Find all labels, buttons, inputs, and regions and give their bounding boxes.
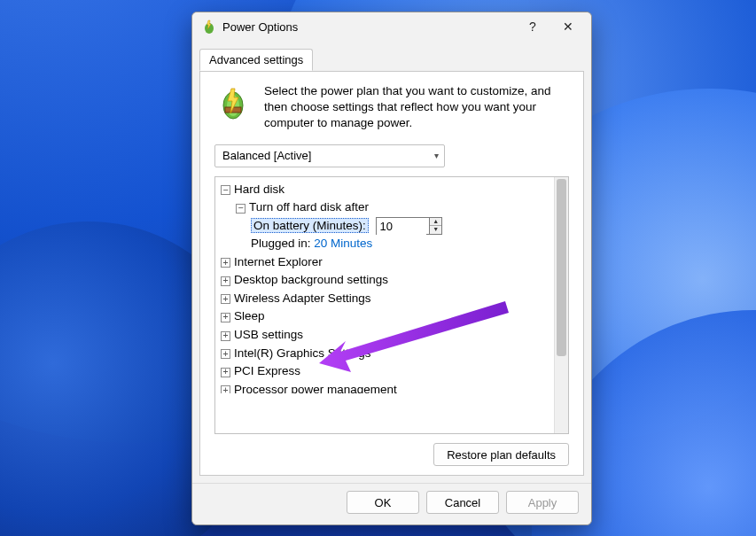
tree-scrollbar[interactable] <box>554 177 568 433</box>
collapse-icon[interactable]: − <box>236 204 246 214</box>
power-plan-icon <box>214 83 252 120</box>
on-battery-label: On battery (Minutes): <box>251 218 369 233</box>
tree-plugged-in[interactable]: Plugged in: 20 Minutes <box>251 235 554 253</box>
expand-icon[interactable]: + <box>221 349 230 359</box>
chevron-down-icon: ▾ <box>434 151 439 160</box>
close-button[interactable]: ✕ <box>550 14 586 39</box>
cancel-button[interactable]: Cancel <box>426 491 499 514</box>
on-battery-spinner[interactable]: ▲▼ <box>376 217 443 235</box>
expand-icon[interactable]: + <box>221 385 230 393</box>
expand-icon[interactable]: + <box>221 313 230 322</box>
tree-wireless-adapter[interactable]: +Wireless Adapter Settings <box>221 290 554 308</box>
dialog-button-row: OK Cancel Apply <box>192 483 591 524</box>
tree-intel-graphics[interactable]: +Intel(R) Graphics Settings <box>221 345 554 363</box>
expand-icon[interactable]: + <box>221 294 230 304</box>
tree-on-battery[interactable]: On battery (Minutes): ▲▼ <box>251 217 554 235</box>
window-title: Power Options <box>222 20 515 34</box>
tree-desktop-background[interactable]: +Desktop background settings <box>221 271 554 290</box>
expand-icon[interactable]: + <box>221 368 230 377</box>
tree-usb-settings[interactable]: +USB settings <box>221 326 554 345</box>
header-text: Select the power plan that you want to c… <box>264 83 569 132</box>
ok-button[interactable]: OK <box>347 491 419 514</box>
expand-icon[interactable]: + <box>221 331 230 341</box>
scrollbar-thumb[interactable] <box>557 179 566 356</box>
tree-processor-power[interactable]: +Processor power management <box>221 381 554 393</box>
expand-icon[interactable]: + <box>221 258 230 268</box>
power-plan-select[interactable]: Balanced [Active] ▾ <box>214 144 445 167</box>
tab-advanced-settings[interactable]: Advanced settings <box>199 49 313 71</box>
tab-panel: Select the power plan that you want to c… <box>199 71 584 476</box>
tree-sleep[interactable]: +Sleep <box>221 307 554 326</box>
titlebar: Power Options ? ✕ <box>192 12 591 41</box>
power-plan-selected: Balanced [Active] <box>222 149 311 162</box>
apply-button[interactable]: Apply <box>506 491 579 514</box>
tree-turn-off-hard-disk[interactable]: −Turn off hard disk after On battery (Mi… <box>236 198 554 253</box>
plugged-in-value[interactable]: 20 Minutes <box>314 237 372 250</box>
restore-defaults-button[interactable]: Restore plan defaults <box>433 443 569 466</box>
on-battery-input[interactable] <box>377 219 426 235</box>
expand-icon[interactable]: + <box>221 276 230 286</box>
power-options-dialog: Power Options ? ✕ Advanced settings Sele… <box>191 12 592 525</box>
spinner-down-icon[interactable]: ▼ <box>430 226 441 234</box>
settings-tree[interactable]: −Hard disk −Turn off hard disk after On … <box>215 177 554 433</box>
tabstrip: Advanced settings <box>192 41 591 71</box>
help-button[interactable]: ? <box>515 14 550 39</box>
tree-internet-explorer[interactable]: +Internet Explorer <box>221 253 554 272</box>
battery-icon <box>201 19 217 35</box>
tree-pci-express[interactable]: +PCI Express <box>221 362 554 381</box>
settings-tree-container: −Hard disk −Turn off hard disk after On … <box>214 176 569 434</box>
tree-hard-disk[interactable]: −Hard disk −Turn off hard disk after On … <box>221 181 554 253</box>
collapse-icon[interactable]: − <box>221 185 230 195</box>
